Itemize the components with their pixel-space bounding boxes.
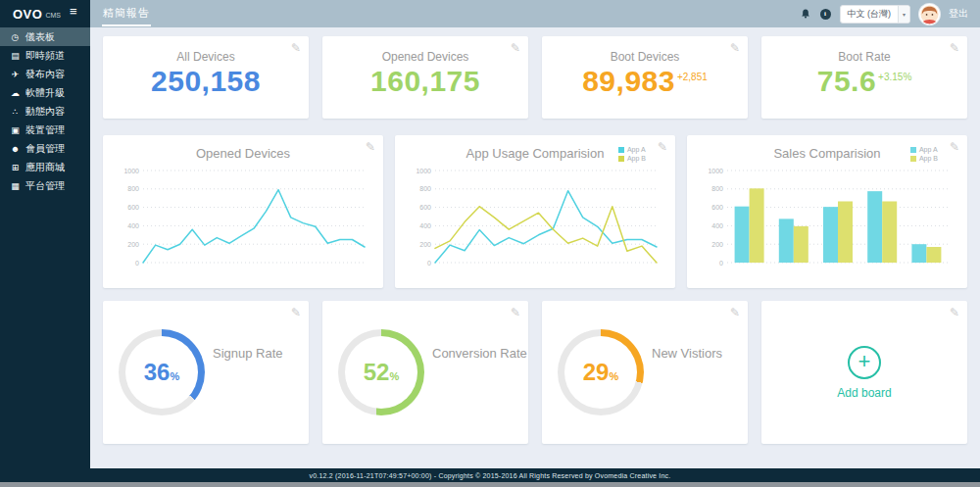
stat-card-2: ✎ Boot Devices 89,983+2,851	[542, 36, 748, 119]
svg-text:200: 200	[711, 241, 723, 248]
edit-icon[interactable]: ✎	[291, 306, 301, 319]
donut-percent: 52	[364, 359, 390, 386]
footer-text: v0.12.2 (2016-11-21T07:49:57+00:00) - Co…	[310, 472, 671, 479]
stat-value: 75.6+3.15%	[761, 65, 967, 98]
stat-card-1: ✎ Opened Devices 160,175	[322, 36, 528, 119]
stat-value: 89,983+2,851	[542, 65, 748, 98]
stat-value: 160,175	[322, 65, 528, 98]
sidebar-item-label: 即時頻道	[25, 49, 65, 63]
donut-card-0: ✎ 36 % Signup Rate	[103, 301, 309, 444]
svg-text:400: 400	[127, 222, 139, 229]
app-store-icon: ⊞	[9, 163, 22, 172]
edit-icon[interactable]: ✎	[730, 41, 740, 55]
sidebar-item-3[interactable]: ☁ 軟體升級	[0, 83, 90, 102]
top-bar: 精簡報告 i 中文 (台灣) ▾ 登出	[90, 0, 980, 27]
sidebar-item-label: 應用商城	[25, 161, 65, 174]
sidebar-item-1[interactable]: ▤ 即時頻道	[0, 46, 90, 65]
window-edge	[0, 482, 980, 487]
bell-icon[interactable]	[800, 8, 811, 20]
legend-swatch-icon	[910, 147, 916, 153]
sidebar-item-label: 動態內容	[25, 105, 65, 119]
edit-icon[interactable]: ✎	[511, 306, 520, 319]
stat-card-0: ✎ All Devices 250,158	[103, 36, 309, 119]
add-icon[interactable]: +	[848, 346, 881, 379]
legend-label: App B	[919, 154, 938, 163]
bar-chart: 02004006008001000	[687, 163, 967, 278]
chart-card-2: ✎ Sales Comparision App A App B 02004006…	[687, 135, 967, 288]
chart-legend: App A App B	[618, 145, 646, 163]
sidebar: ◷ 儀表板 ▤ 即時頻道 ✈ 發布內容 ☁ 軟體升級 ∴ 動態內容 ▣ 裝置管理…	[0, 27, 90, 468]
sidebar-item-4[interactable]: ∴ 動態內容	[0, 102, 90, 121]
legend-label: App A	[627, 145, 646, 154]
dynamic-content-icon: ∴	[9, 107, 22, 117]
stat-title: Boot Devices	[542, 50, 748, 64]
sidebar-item-0[interactable]: ◷ 儀表板	[0, 27, 90, 46]
live-channels-icon: ▤	[9, 51, 22, 61]
legend-entry: App A	[618, 145, 646, 154]
stat-title: Boot Rate	[761, 50, 967, 64]
sidebar-item-label: 儀表板	[25, 30, 55, 44]
donuts-row: ✎ 36 % Signup Rate ✎ 52 % Conversion Rat…	[103, 301, 967, 444]
svg-text:1000: 1000	[708, 168, 723, 174]
svg-text:1000: 1000	[123, 168, 139, 174]
legend-entry: App A	[910, 145, 938, 154]
edit-icon[interactable]: ✎	[730, 306, 740, 319]
edit-icon[interactable]: ✎	[291, 41, 301, 55]
edit-icon[interactable]: ✎	[366, 140, 375, 154]
sidebar-item-5[interactable]: ▣ 裝置管理	[0, 121, 90, 139]
svg-text:600: 600	[711, 204, 723, 211]
svg-text:0: 0	[427, 260, 431, 267]
logout-button[interactable]: 登出	[949, 7, 968, 21]
chevron-down-icon: ▾	[898, 6, 909, 23]
legend-swatch-icon	[618, 147, 624, 153]
legend-swatch-icon	[910, 156, 916, 162]
svg-text:1000: 1000	[416, 168, 431, 174]
stats-row: ✎ All Devices 250,158 ✎ Opened Devices 1…	[103, 36, 967, 119]
svg-text:600: 600	[419, 204, 431, 211]
stat-title: All Devices	[103, 50, 309, 64]
charts-row: ✎ Opened Devices 02004006008001000 ✎ App…	[103, 135, 967, 288]
stat-card-3: ✎ Boot Rate 75.6+3.15%	[761, 36, 967, 119]
edit-icon[interactable]: ✎	[511, 41, 520, 55]
sidebar-item-label: 平台管理	[25, 179, 65, 193]
edit-icon[interactable]: ✎	[950, 41, 959, 55]
edit-icon[interactable]: ✎	[950, 306, 959, 319]
donut-value: 52 %	[345, 336, 417, 409]
software-upgrade-icon: ☁	[9, 88, 22, 98]
sidebar-item-7[interactable]: ⊞ 應用商城	[0, 158, 90, 176]
logo-suffix: CMS	[45, 12, 61, 19]
language-value: 中文 (台灣)	[841, 6, 899, 23]
svg-text:800: 800	[419, 185, 431, 192]
svg-text:200: 200	[127, 241, 139, 248]
logo-text: OVO	[13, 7, 42, 22]
footer-bar: v0.12.2 (2016-11-21T07:49:57+00:00) - Co…	[0, 468, 980, 482]
add-board-card[interactable]: ✎ + Add board	[761, 301, 967, 444]
svg-text:0: 0	[135, 260, 139, 267]
logo: OVO CMS ≡	[0, 0, 90, 27]
donut-title: Signup Rate	[213, 346, 283, 361]
edit-icon[interactable]: ✎	[950, 140, 959, 154]
line-chart: 02004006008001000	[103, 163, 383, 278]
stat-delta: +3.15%	[878, 72, 911, 82]
info-icon[interactable]: i	[820, 9, 831, 20]
legend-entry: App B	[910, 154, 938, 163]
percent-sign: %	[389, 370, 399, 382]
tab-report[interactable]: 精簡報告	[102, 6, 151, 26]
sidebar-item-8[interactable]: ▦ 平台管理	[0, 176, 90, 195]
platform-management-icon: ▦	[9, 181, 22, 191]
menu-toggle-icon[interactable]: ≡	[70, 5, 77, 18]
avatar[interactable]	[919, 4, 940, 24]
edit-icon[interactable]: ✎	[658, 140, 667, 154]
sidebar-item-2[interactable]: ✈ 發布內容	[0, 65, 90, 83]
sidebar-item-6[interactable]: ☻ 會員管理	[0, 139, 90, 158]
language-select[interactable]: 中文 (台灣) ▾	[840, 5, 911, 24]
line-chart: 02004006008001000	[395, 163, 675, 278]
donut-title: Conversion Rate	[432, 346, 527, 361]
legend-label: App B	[627, 154, 646, 163]
stat-value: 250,158	[103, 65, 309, 98]
donut-card-1: ✎ 52 % Conversion Rate	[322, 301, 528, 444]
sidebar-item-label: 發布內容	[25, 68, 65, 81]
sidebar-item-label: 裝置管理	[25, 123, 65, 137]
donut-ring: 36 %	[119, 329, 205, 415]
device-management-icon: ▣	[9, 125, 22, 135]
